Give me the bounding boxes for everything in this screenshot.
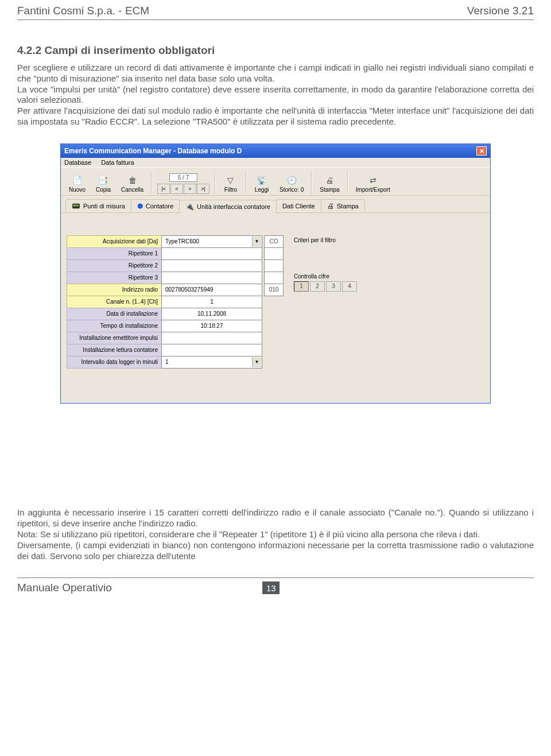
short-code-indirizzo: 010 xyxy=(264,284,284,296)
doc-header: Fantini Cosmi S.p.a. - ECM Versione 3.21 xyxy=(17,0,534,20)
tab-label: Stampa xyxy=(337,203,359,210)
window-title: Emeris Communication Manager - Database … xyxy=(64,147,242,155)
paragraph-3: Per attivare l'acquisizione dei dati sul… xyxy=(17,106,534,127)
value-indirizzo-radio: 002780503275949 xyxy=(165,286,213,293)
doc-footer: Manuale Operativio 13 xyxy=(17,578,534,602)
doc-header-left: Fantini Cosmi S.p.a. - ECM xyxy=(17,5,149,17)
menu-database[interactable]: Database xyxy=(64,159,91,166)
tab-contatore[interactable]: ⬢ Contatore xyxy=(131,199,180,212)
title-bar: Emeris Communication Manager - Database … xyxy=(61,144,490,158)
value-intervallo-logger: 1 xyxy=(165,359,169,365)
delete-icon: 🗑 xyxy=(127,175,138,185)
label-controlla-cifre: Controlla cifre xyxy=(294,273,357,280)
app-window: Emeris Communication Manager - Database … xyxy=(60,144,491,404)
label-indirizzo-radio: Indirizzo radio xyxy=(67,284,162,296)
nav-first-button[interactable]: |< xyxy=(157,184,170,194)
input-ripetitore-1[interactable] xyxy=(161,247,262,260)
chevron-down-icon[interactable]: ▼ xyxy=(252,357,261,367)
short-code-1: CO xyxy=(264,235,284,248)
nav-last-button[interactable]: >| xyxy=(197,184,209,194)
input-indirizzo-radio[interactable]: 002780503275949 xyxy=(161,284,262,296)
tab-stampa[interactable]: 🖨 Stampa xyxy=(321,199,365,212)
bottom-text: In aggiunta è necessario inserire i 15 c… xyxy=(17,507,534,562)
nav-prev-button[interactable]: < xyxy=(170,184,183,194)
filtro-button[interactable]: ▽ Filtro xyxy=(219,174,243,194)
record-navigator: 5 / 7 |< < > >| xyxy=(155,173,212,194)
short-code xyxy=(264,272,284,284)
tab-label: Unità interfaccia contatore xyxy=(197,203,270,210)
copy-icon: 📑 xyxy=(98,175,109,185)
counter-icon: ⬢ xyxy=(137,202,143,210)
paragraph-6: Diversamente, (i campi evidenziati in bi… xyxy=(17,540,534,561)
paragraph-5: Nota: Se si utilizzano più ripetitori, c… xyxy=(17,529,534,540)
import-export-button[interactable]: ⇄ Import/Export xyxy=(351,174,395,194)
leggi-button[interactable]: 📡 Leggi xyxy=(250,174,274,194)
read-icon: 📡 xyxy=(256,175,267,185)
input-intervallo-logger[interactable]: 1 ▼ xyxy=(161,356,262,369)
cancella-button[interactable]: 🗑 Cancella xyxy=(117,174,148,194)
input-ripetitore-2[interactable] xyxy=(161,259,262,272)
paragraph-2: La voce "impulsi per unità" (nel registr… xyxy=(17,84,534,106)
input-tempo-installazione[interactable]: 10:18:27 xyxy=(161,320,262,332)
storico-label: Storico: 0 xyxy=(280,187,304,193)
copia-button[interactable]: 📑 Copia xyxy=(91,174,115,194)
input-acquisizione[interactable]: TypeTRC600 ▼ xyxy=(161,235,262,248)
record-counter: 5 / 7 xyxy=(169,173,197,182)
filtro-label: Filtro xyxy=(224,187,237,193)
stampa-label: Stampa xyxy=(320,187,339,193)
value-tempo-installazione: 10:18:27 xyxy=(201,323,223,329)
filter-icon: ▽ xyxy=(225,175,236,185)
cifre-button-4[interactable]: 4 xyxy=(342,281,357,292)
tab-dati-cliente[interactable]: Dati Cliente xyxy=(276,199,321,212)
nav-next-button[interactable]: > xyxy=(184,184,196,194)
new-icon: 📄 xyxy=(71,175,83,185)
leggi-label: Leggi xyxy=(255,187,269,193)
close-icon[interactable]: ✕ xyxy=(476,146,487,156)
label-canale: Canale n. (1..4) [Ch] xyxy=(67,296,162,308)
cifre-button-2[interactable]: 2 xyxy=(310,281,325,292)
input-lettura-contatore[interactable] xyxy=(161,344,262,356)
label-ripetitore-1: Ripetitore 1 xyxy=(67,247,162,260)
separator xyxy=(151,171,152,194)
label-ripetitore-2: Ripetitore 2 xyxy=(67,259,162,272)
short-code xyxy=(264,259,284,272)
stampa-button[interactable]: 🖨 Stampa xyxy=(315,174,344,194)
controlla-cifre-buttons: 1 2 3 4 xyxy=(294,281,357,292)
separator xyxy=(347,171,348,194)
form-area: Acquisizione dati [Da] TypeTRC600 ▼ CO R… xyxy=(61,213,490,403)
footer-label: Manuale Operativio xyxy=(17,581,112,594)
separator xyxy=(215,171,216,194)
cifre-button-3[interactable]: 3 xyxy=(326,281,341,292)
label-tempo-installazione: Tempo di installaizione xyxy=(67,320,162,332)
menu-data-fattura[interactable]: Data fattura xyxy=(101,159,134,166)
tab-unita-interfaccia[interactable]: 🔌 Unità interfaccia contatore xyxy=(179,200,277,213)
input-canale[interactable]: 1 xyxy=(161,296,262,308)
nuovo-button[interactable]: 📄 Nuovo xyxy=(64,174,90,194)
value-data-installazione: 10.11.2008 xyxy=(197,311,226,317)
print-icon: 🖨 xyxy=(327,202,334,210)
short-code xyxy=(264,247,284,260)
input-ripetitore-3[interactable] xyxy=(161,272,262,284)
tab-strip: 📟 Punti di misura ⬢ Contatore 🔌 Unità in… xyxy=(61,196,490,213)
tab-punti-di-misura[interactable]: 📟 Punti di misura xyxy=(65,199,131,212)
label-data-installazione: Data di installazione xyxy=(67,308,162,320)
label-criteri-filtro: Criteri per il filtro xyxy=(294,237,357,243)
cancella-label: Cancella xyxy=(121,187,143,193)
paragraph-1: Per scegliere e utilizzare un record di … xyxy=(17,63,534,84)
menu-bar: Database Data fattura xyxy=(61,158,490,167)
label-acquisizione: Acquisizione dati [Da] xyxy=(67,235,162,248)
separator xyxy=(246,171,247,194)
storico-button[interactable]: 🕘 Storico: 0 xyxy=(275,174,308,194)
chevron-down-icon[interactable]: ▼ xyxy=(252,237,261,247)
input-data-installazione[interactable]: 10.11.2008 xyxy=(161,308,262,320)
input-emettitore-impulsi[interactable] xyxy=(161,332,262,344)
impexp-label: Import/Export xyxy=(356,187,390,193)
cifre-button-1[interactable]: 1 xyxy=(294,281,309,292)
separator xyxy=(311,171,312,194)
import-export-icon: ⇄ xyxy=(367,175,379,185)
page-number: 13 xyxy=(262,581,280,594)
interface-icon: 🔌 xyxy=(185,203,194,211)
print-icon: 🖨 xyxy=(324,175,335,185)
side-column: Criteri per il filtro Controlla cifre 1 … xyxy=(294,236,357,369)
value-acquisizione: TypeTRC600 xyxy=(165,238,199,245)
